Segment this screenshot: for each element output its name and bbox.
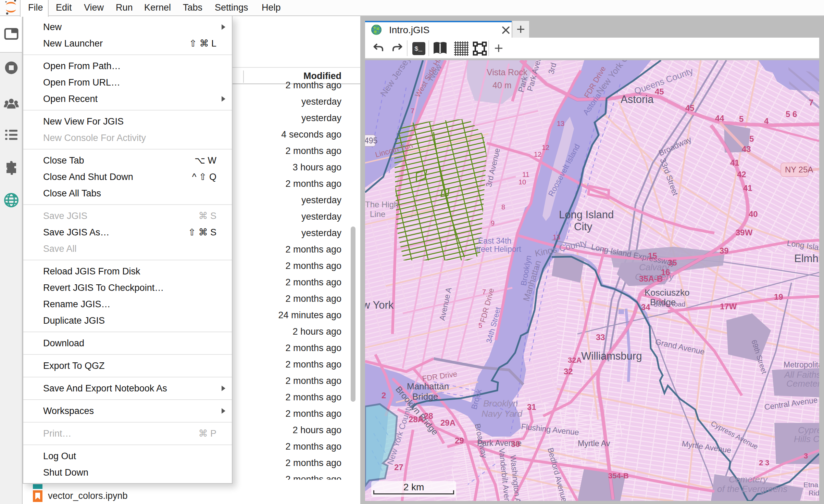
- svg-text:Metropolitan Av: Metropolitan Av: [784, 360, 819, 369]
- svg-text:32A: 32A: [568, 356, 582, 364]
- svg-text:Line: Line: [370, 209, 385, 219]
- svg-text:5 6: 5 6: [786, 109, 797, 119]
- svg-text:Myrtle Av: Myrtle Av: [578, 439, 610, 448]
- svg-text:13: 13: [553, 233, 560, 241]
- svg-text:10: 10: [519, 178, 526, 186]
- svg-text:Bridge: Bridge: [412, 391, 438, 402]
- svg-text:Navy Yard: Navy Yard: [482, 409, 523, 419]
- svg-text:27: 27: [394, 463, 403, 472]
- svg-text:Kosciuszko: Kosciuszko: [645, 287, 690, 298]
- svg-text:of the Evergreens: of the Evergreens: [717, 484, 787, 494]
- svg-text:11: 11: [522, 171, 529, 178]
- svg-text:35A-B: 35A-B: [639, 274, 663, 283]
- svg-text:45: 45: [655, 87, 664, 96]
- svg-text:17W: 17W: [720, 302, 737, 311]
- svg-text:3: 3: [804, 452, 808, 460]
- svg-text:East 34th: East 34th: [478, 236, 511, 245]
- svg-text:354-B: 354-B: [608, 471, 629, 480]
- svg-text:15: 15: [648, 251, 657, 260]
- svg-text:8: 8: [501, 203, 505, 211]
- svg-text:Cemetery: Cemetery: [729, 474, 768, 484]
- svg-text:w York: w York: [365, 299, 394, 311]
- svg-text:5: 5: [478, 322, 482, 329]
- svg-text:29: 29: [455, 436, 464, 445]
- svg-text:7: 7: [809, 98, 813, 107]
- svg-text:42: 42: [737, 170, 746, 179]
- svg-text:5: 5: [739, 114, 744, 124]
- svg-text:Long Island: Long Island: [559, 209, 614, 221]
- svg-text:Brooklyn: Brooklyn: [483, 398, 518, 409]
- svg-text:30: 30: [511, 439, 520, 449]
- svg-text:Etna Str: Etna Str: [803, 481, 819, 489]
- svg-text:7: 7: [411, 107, 414, 115]
- svg-text:40 m: 40 m: [492, 80, 512, 90]
- svg-text:Hills Cemet: Hills Cemet: [794, 434, 819, 444]
- svg-text:NY 25A: NY 25A: [785, 165, 813, 174]
- svg-text:28A: 28A: [409, 415, 424, 424]
- svg-text:2: 2: [382, 391, 386, 400]
- svg-text:43: 43: [742, 144, 751, 154]
- svg-text:The High: The High: [365, 200, 398, 209]
- svg-text:39: 39: [720, 246, 729, 255]
- svg-text:Astoria: Astoria: [621, 93, 654, 105]
- svg-text:9: 9: [491, 219, 495, 227]
- svg-text:4: 4: [764, 116, 769, 126]
- svg-text:Ridgew: Ridgew: [809, 489, 819, 497]
- svg-text:Elmhurst: Elmhurst: [794, 253, 819, 264]
- svg-text:5: 5: [749, 134, 754, 143]
- svg-text:41: 41: [730, 158, 739, 167]
- svg-text:33: 33: [596, 333, 605, 342]
- svg-text:29A: 29A: [440, 418, 455, 427]
- svg-text:12: 12: [534, 151, 541, 158]
- svg-text:19: 19: [774, 292, 783, 301]
- svg-text:34: 34: [641, 302, 650, 312]
- svg-text:56th Road: 56th Road: [654, 300, 685, 308]
- svg-text:32: 32: [564, 367, 573, 376]
- svg-text:40: 40: [749, 209, 758, 219]
- svg-text:45: 45: [685, 103, 695, 113]
- svg-text:39W: 39W: [736, 228, 753, 237]
- svg-text:31: 31: [527, 402, 536, 412]
- svg-text:treet Heliport: treet Heliport: [476, 245, 521, 254]
- svg-text:Williamsburg: Williamsburg: [581, 350, 642, 362]
- svg-text:Cemetery: Cemetery: [786, 378, 819, 389]
- svg-text:7: 7: [482, 288, 486, 296]
- svg-text:44: 44: [715, 114, 724, 123]
- svg-text:City: City: [574, 221, 592, 233]
- svg-text:41: 41: [743, 183, 752, 193]
- svg-text:12: 12: [542, 144, 549, 151]
- svg-text:28: 28: [424, 411, 433, 421]
- svg-text:Manhattan: Manhattan: [407, 381, 449, 391]
- svg-text:495: 495: [365, 136, 377, 145]
- svg-text:2 3: 2 3: [759, 458, 770, 467]
- svg-text:13: 13: [557, 120, 564, 127]
- svg-text:$_: $_: [414, 45, 422, 53]
- svg-text:35: 35: [668, 258, 677, 267]
